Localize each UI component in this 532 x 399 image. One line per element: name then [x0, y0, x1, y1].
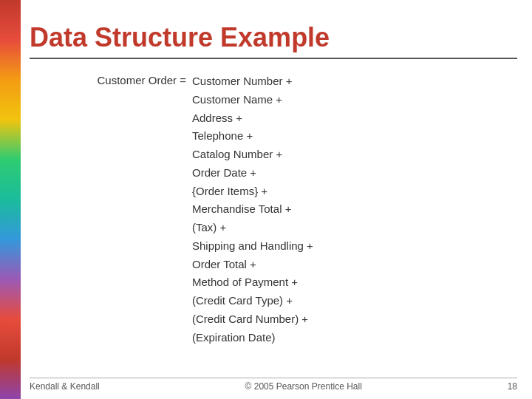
list-item: Order Date + — [192, 164, 517, 183]
list-item: Customer Name + — [192, 91, 517, 109]
slide: Data Structure Example Customer Order = … — [0, 0, 532, 399]
value-list: Customer Number +Customer Name +Address … — [192, 72, 517, 347]
list-item: Catalog Number + — [192, 146, 517, 164]
footer-center: © 2005 Pearson Prentice Hall — [245, 381, 362, 392]
list-item: Address + — [192, 109, 517, 128]
decorative-bar — [0, 0, 21, 399]
list-item: Order Total + — [192, 256, 517, 274]
list-item: {Order Items} + — [192, 183, 517, 201]
list-item: Telephone + — [192, 127, 517, 146]
slide-title: Data Structure Example — [30, 22, 517, 53]
list-item: Shipping and Handling + — [192, 237, 517, 256]
list-item: (Expiration Date) — [192, 329, 517, 347]
customer-order-label: Customer Order = — [30, 72, 192, 86]
list-item: (Tax) + — [192, 219, 517, 237]
list-item: Customer Number + — [192, 72, 517, 91]
title-area: Data Structure Example — [30, 22, 517, 72]
list-item: Method of Payment + — [192, 273, 517, 292]
title-underline — [30, 58, 517, 59]
content-area: Customer Order = Customer Number +Custom… — [30, 72, 517, 378]
footer-left: Kendall & Kendall — [30, 381, 100, 392]
footer-right: 18 — [508, 381, 517, 392]
list-item: (Credit Card Number) + — [192, 310, 517, 329]
footer: Kendall & Kendall © 2005 Pearson Prentic… — [30, 378, 517, 399]
list-item: (Credit Card Type) + — [192, 292, 517, 310]
list-item: Merchandise Total + — [192, 200, 517, 219]
